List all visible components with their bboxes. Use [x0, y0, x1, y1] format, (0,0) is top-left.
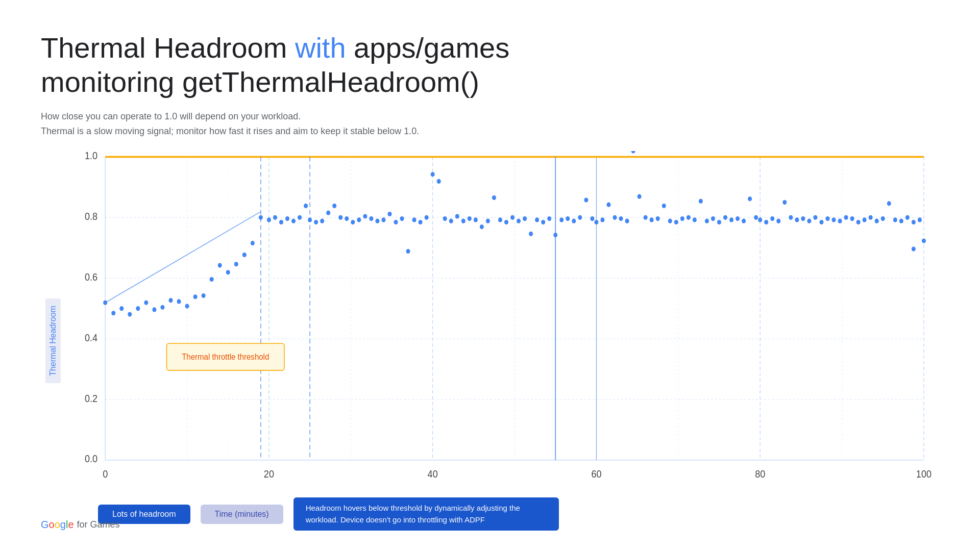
svg-point-91 [425, 215, 429, 220]
svg-point-64 [259, 215, 263, 220]
svg-point-169 [899, 219, 903, 223]
svg-point-62 [242, 253, 247, 257]
svg-point-54 [177, 299, 181, 304]
svg-point-164 [869, 215, 873, 220]
svg-point-55 [185, 304, 189, 308]
svg-point-161 [850, 216, 854, 221]
svg-point-50 [144, 300, 148, 305]
svg-point-97 [461, 219, 465, 223]
main-title: Thermal Headroom with apps/games monitor… [41, 31, 939, 99]
svg-point-143 [742, 219, 746, 223]
svg-point-166 [881, 216, 885, 221]
svg-point-138 [711, 216, 715, 221]
svg-point-56 [193, 294, 198, 299]
svg-point-79 [351, 220, 355, 224]
svg-point-71 [304, 204, 308, 208]
svg-point-83 [375, 219, 379, 223]
svg-point-140 [723, 215, 727, 220]
svg-point-114 [566, 216, 570, 221]
svg-point-75 [326, 211, 330, 215]
svg-text:Thermal throttle threshold: Thermal throttle threshold [182, 352, 269, 361]
time-minutes-label: Time (minutes) [201, 505, 283, 524]
svg-point-99 [474, 217, 478, 222]
svg-point-48 [128, 312, 132, 316]
svg-point-67 [279, 220, 283, 224]
svg-point-61 [234, 262, 238, 266]
svg-point-117 [584, 197, 588, 202]
svg-point-151 [789, 215, 793, 220]
title-line2: monitoring getThermalHeadroom() [41, 66, 479, 98]
svg-point-130 [662, 204, 666, 208]
svg-point-110 [541, 220, 545, 224]
svg-point-154 [807, 219, 811, 223]
svg-point-165 [875, 219, 879, 223]
svg-text:60: 60 [591, 468, 601, 480]
svg-point-107 [523, 216, 527, 221]
svg-point-88 [406, 249, 410, 254]
svg-point-158 [832, 217, 836, 222]
svg-point-93 [437, 179, 441, 184]
svg-point-121 [606, 203, 610, 207]
svg-text:0.0: 0.0 [85, 453, 97, 464]
svg-point-174 [912, 246, 916, 251]
svg-point-126 [638, 194, 642, 199]
title-highlight: with [295, 32, 346, 64]
svg-point-170 [905, 215, 910, 220]
svg-point-47 [119, 306, 124, 311]
svg-point-87 [400, 216, 404, 221]
svg-point-171 [912, 220, 916, 224]
svg-point-147 [764, 220, 768, 224]
title-part1: Thermal Headroom [41, 32, 295, 64]
svg-point-57 [202, 293, 206, 298]
svg-point-152 [795, 217, 799, 222]
svg-point-85 [387, 212, 391, 216]
google-text: Google [41, 519, 74, 531]
svg-point-160 [844, 215, 848, 220]
svg-point-60 [226, 270, 230, 274]
svg-point-153 [801, 216, 805, 221]
svg-point-145 [754, 215, 758, 220]
svg-point-46 [111, 311, 115, 315]
svg-point-80 [357, 217, 361, 222]
svg-point-109 [535, 217, 539, 222]
svg-point-146 [758, 217, 762, 222]
chart-svg-container: 1.0 0.8 0.6 0.4 0.2 0.0 0 20 40 60 80 10… [69, 151, 939, 489]
svg-text:80: 80 [755, 468, 765, 480]
subtitle-line2: Thermal is a slow moving signal; monitor… [41, 124, 939, 139]
svg-point-125 [631, 151, 635, 154]
svg-point-112 [553, 233, 557, 237]
svg-point-49 [136, 306, 140, 311]
bottom-labels: Lots of headroom Time (minutes) Headroom… [69, 497, 939, 531]
svg-point-142 [736, 216, 740, 221]
svg-point-59 [218, 263, 222, 267]
title-block: Thermal Headroom with apps/games monitor… [41, 31, 939, 99]
svg-text:0.6: 0.6 [85, 271, 97, 283]
svg-point-104 [504, 220, 508, 224]
svg-point-86 [394, 220, 398, 224]
svg-point-163 [863, 217, 867, 222]
svg-point-51 [152, 307, 156, 312]
svg-text:0.8: 0.8 [85, 210, 97, 222]
svg-point-94 [443, 216, 447, 221]
svg-point-127 [644, 215, 648, 220]
svg-point-159 [838, 219, 842, 223]
svg-point-92 [431, 172, 435, 177]
svg-point-96 [455, 214, 459, 218]
svg-point-108 [529, 232, 533, 236]
svg-point-69 [291, 219, 296, 223]
svg-point-156 [819, 220, 823, 224]
svg-point-133 [680, 216, 684, 221]
svg-point-89 [412, 217, 416, 222]
svg-text:0: 0 [103, 468, 108, 480]
svg-point-149 [776, 219, 780, 223]
svg-point-120 [600, 217, 604, 222]
svg-text:0.4: 0.4 [85, 331, 97, 343]
svg-point-98 [468, 216, 472, 221]
svg-point-84 [381, 217, 385, 222]
svg-point-45 [103, 300, 107, 305]
svg-point-134 [687, 215, 691, 220]
chart-svg: 1.0 0.8 0.6 0.4 0.2 0.0 0 20 40 60 80 10… [69, 151, 939, 489]
svg-point-162 [856, 220, 861, 224]
svg-point-148 [770, 216, 774, 221]
svg-point-118 [590, 216, 594, 221]
